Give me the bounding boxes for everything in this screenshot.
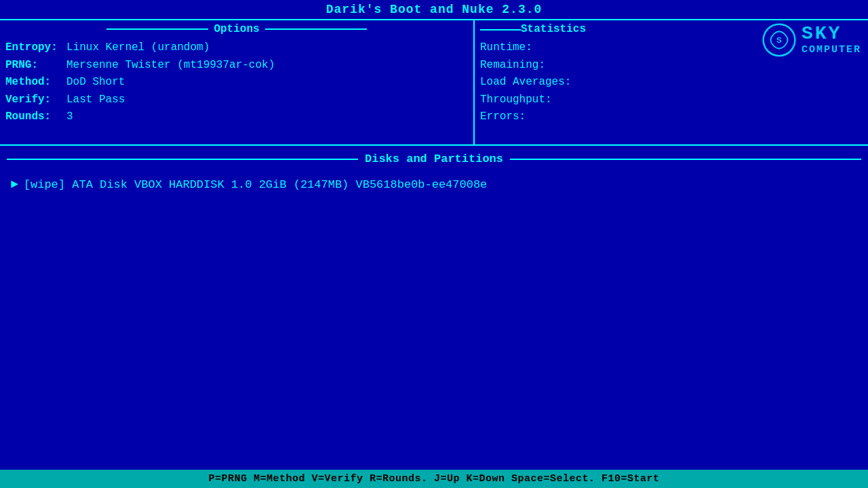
options-row: Verify:Last Pass bbox=[5, 92, 468, 109]
opt-value: Mersenne Twister (mt19937ar-cok) bbox=[66, 57, 275, 75]
disk-arrow-icon: ► bbox=[11, 178, 18, 191]
options-rows: Entropy:Linux Kernel (urandom)PRNG:Merse… bbox=[5, 39, 468, 126]
opt-label: PRNG: bbox=[5, 57, 66, 75]
options-row: Method:DoD Short bbox=[5, 74, 468, 92]
opt-label: Entropy: bbox=[5, 39, 66, 57]
opt-value: 3 bbox=[66, 108, 73, 126]
stat-row: Errors: bbox=[480, 108, 863, 126]
options-row: Rounds:3 bbox=[5, 108, 468, 126]
options-row: Entropy:Linux Kernel (urandom) bbox=[5, 39, 468, 57]
disk-item[interactable]: ►[wipe] ATA Disk VBOX HARDDISK 1.0 2GiB … bbox=[11, 175, 857, 194]
sky-icon: S bbox=[762, 23, 796, 57]
sky-text: SKY COMPUTER bbox=[802, 24, 861, 56]
opt-label: Method: bbox=[5, 74, 66, 92]
sky-word: SKY bbox=[802, 24, 842, 45]
disk-item-label: [wipe] ATA Disk VBOX HARDDISK 1.0 2GiB (… bbox=[24, 178, 488, 191]
disk-list: ►[wipe] ATA Disk VBOX HARDDISK 1.0 2GiB … bbox=[0, 169, 868, 199]
title-bar: Darik's Boot and Nuke 2.3.0 bbox=[0, 0, 868, 20]
footer-text: P=PRNG M=Method V=Verify R=Rounds. J=Up … bbox=[208, 473, 659, 485]
svg-text:S: S bbox=[776, 35, 782, 44]
disks-title-bar: Disks and Partitions bbox=[0, 148, 868, 169]
app-title: Darik's Boot and Nuke 2.3.0 bbox=[326, 3, 542, 16]
opt-label: Verify: bbox=[5, 92, 66, 109]
options-row: PRNG:Mersenne Twister (mt19937ar-cok) bbox=[5, 57, 468, 75]
sky-logo: S SKY COMPUTER bbox=[762, 23, 861, 57]
opt-value: DoD Short bbox=[66, 74, 125, 92]
options-panel-title: Options bbox=[5, 23, 468, 35]
stat-row: Throughput: bbox=[480, 92, 863, 109]
options-panel: Options Entropy:Linux Kernel (urandom)PR… bbox=[0, 20, 475, 144]
opt-value: Linux Kernel (urandom) bbox=[66, 39, 210, 57]
footer-bar: P=PRNG M=Method V=Verify R=Rounds. J=Up … bbox=[0, 470, 868, 488]
main-panels: Options Entropy:Linux Kernel (urandom)PR… bbox=[0, 20, 868, 146]
stat-row: Remaining: bbox=[480, 57, 863, 75]
opt-value: Last Pass bbox=[66, 92, 125, 109]
disks-title-label: Disks and Partitions bbox=[365, 152, 503, 165]
disks-section: Disks and Partitions ►[wipe] ATA Disk VB… bbox=[0, 146, 868, 202]
statistics-panel: Statistics Runtime:Remaining:Load Averag… bbox=[475, 20, 868, 144]
stat-row: Load Averages: bbox=[480, 74, 863, 92]
computer-word: COMPUTER bbox=[802, 45, 861, 56]
opt-label: Rounds: bbox=[5, 108, 66, 126]
